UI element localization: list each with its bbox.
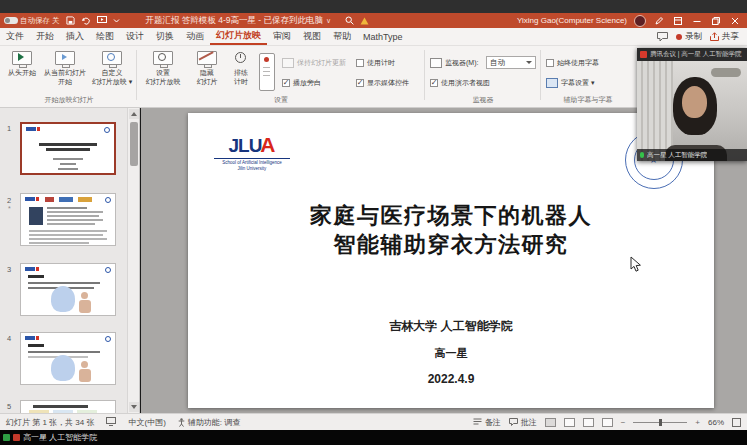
comments-button[interactable]: 批注 <box>509 417 537 428</box>
subtitle-settings-label: 字幕设置 ▾ <box>561 78 594 88</box>
show-media-controls-checkbox[interactable]: 显示媒体控件 <box>356 78 409 88</box>
video-call-window[interactable]: 腾讯会议 | 高一星 人工智能学院 高一星 人工智能学院 <box>637 48 747 161</box>
scrollbar-thumb[interactable] <box>130 122 138 166</box>
minimize-button[interactable] <box>691 15 703 27</box>
title-caret-icon[interactable]: ∨ <box>326 17 331 25</box>
presenter-view-checkbox[interactable]: 使用演示者视图 <box>430 78 490 88</box>
taskbar-window-title[interactable]: 高一星 人工智能学院 <box>23 432 97 443</box>
custom-slideshow-button[interactable]: 自定义 幻灯片放映 ▾ <box>90 50 134 87</box>
powerpoint-titlebar: 自动保存 关 开题汇报 答辩模板 4-9高一星 - 已保存到此电脑 ∨ Yixi… <box>0 13 747 28</box>
notes-button[interactable]: 备注 <box>473 417 501 428</box>
slide-sorter-view-button[interactable] <box>564 418 575 427</box>
accessibility-icon <box>178 418 185 427</box>
tab-file[interactable]: 文件 <box>0 28 30 45</box>
participant-name: 高一星 人工智能学院 <box>647 151 707 160</box>
thumb-person-figure <box>51 286 75 312</box>
play-narrations-checkbox[interactable]: 播放旁白 <box>282 78 321 88</box>
rehearse-icon <box>230 50 252 67</box>
slide-thumbnail-5[interactable] <box>20 400 116 413</box>
tab-insert[interactable]: 插入 <box>60 28 90 45</box>
zoom-slider[interactable] <box>633 422 687 423</box>
tab-transitions[interactable]: 切换 <box>150 28 180 45</box>
show-media-controls-label: 显示媒体控件 <box>367 78 409 88</box>
from-current-slide-button[interactable]: 从当前幻灯片 开始 <box>42 50 88 87</box>
triangle-down-icon <box>131 405 137 409</box>
thumb-flower-icon <box>105 336 111 342</box>
group-separator <box>540 50 541 100</box>
account-name[interactable]: Yixing Gao(Computer Science) <box>517 16 627 25</box>
tab-design[interactable]: 设计 <box>120 28 150 45</box>
zoom-in-button[interactable]: + <box>695 418 700 427</box>
slide-thumbnail-3[interactable] <box>20 263 116 316</box>
custom-show-label-1: 自定义 <box>102 69 123 78</box>
subtitle-settings-button[interactable]: 字幕设置 ▾ <box>546 78 594 88</box>
slideshow-view-button[interactable] <box>602 418 613 427</box>
thumb-logo <box>25 197 35 201</box>
tab-draw[interactable]: 绘图 <box>90 28 120 45</box>
reading-view-button[interactable] <box>583 418 594 427</box>
keep-updated-label: 保持幻灯片更新 <box>297 58 346 68</box>
account-avatar[interactable] <box>634 15 646 27</box>
slideshow-icon[interactable] <box>97 16 107 25</box>
record-slideshow-button[interactable] <box>259 53 275 91</box>
tab-help[interactable]: 帮助 <box>327 28 357 45</box>
restore-button[interactable] <box>710 15 722 27</box>
document-title[interactable]: 开题汇报 答辩模板 4-9高一星 - 已保存到此电脑 <box>146 15 324 27</box>
scroll-down-button[interactable] <box>129 402 139 412</box>
record-button[interactable]: 录制 <box>676 31 702 43</box>
tab-view[interactable]: 视图 <box>297 28 327 45</box>
rehearse-timings-button[interactable]: 排练 计时 <box>226 50 256 87</box>
triangle-up-icon <box>131 112 137 116</box>
undo-icon[interactable] <box>81 16 91 25</box>
use-timings-checkbox[interactable]: 使用计时 <box>356 58 395 68</box>
logo-subtitle-2: Jilin University <box>214 166 290 172</box>
hide-slide-icon <box>196 50 218 67</box>
thumb-logo <box>25 267 35 271</box>
tab-slideshow[interactable]: 幻灯片放映 <box>210 28 267 45</box>
meeting-app-icon[interactable] <box>3 434 10 441</box>
thumb-logo <box>25 336 35 340</box>
close-button[interactable] <box>729 15 741 27</box>
bar <box>28 275 44 278</box>
comments-icon <box>509 418 518 426</box>
fit-slide-icon[interactable] <box>732 418 741 427</box>
search-icon[interactable] <box>345 16 354 25</box>
warning-icon <box>360 17 369 25</box>
display-settings-icon[interactable] <box>106 417 116 428</box>
language-indicator[interactable]: 中文(中国) <box>128 417 165 428</box>
zoom-out-button[interactable]: − <box>621 418 626 427</box>
hide-slide-button[interactable]: 隐藏 幻灯片 <box>190 50 224 87</box>
thumbnail-scrollbar[interactable] <box>127 108 140 413</box>
monitor-row: 监视器(M): <box>430 58 478 68</box>
slide-thumbnail-2[interactable] <box>20 193 116 246</box>
zoom-level[interactable]: 66% <box>708 418 724 427</box>
share-button[interactable]: 共享 <box>710 31 739 43</box>
autosave-toggle[interactable]: 自动保存 关 <box>4 16 60 26</box>
bar <box>29 230 107 232</box>
accessibility-status[interactable]: 辅助功能: 调查 <box>178 417 240 428</box>
normal-view-button[interactable] <box>545 418 556 427</box>
comment-icon[interactable] <box>657 28 668 46</box>
ribbon-options-icon[interactable] <box>672 15 684 27</box>
tab-review[interactable]: 审阅 <box>267 28 297 45</box>
setup-slideshow-button[interactable]: 设置 幻灯片放映 <box>140 50 186 87</box>
ribbon-slideshow: 从头开始 从当前幻灯片 开始 自定义 幻灯片放映 ▾ 开始放映幻灯片 设置 幻灯… <box>0 46 747 108</box>
always-use-subtitles-checkbox[interactable]: 始终使用字幕 <box>546 58 599 68</box>
qat-more-icon[interactable] <box>113 17 120 24</box>
thumb-number-4: 4 <box>7 334 11 343</box>
zoom-slider-thumb[interactable] <box>659 419 662 426</box>
tab-home[interactable]: 开始 <box>30 28 60 45</box>
ceiling-lamp <box>711 68 741 77</box>
rehearse-label-1: 排练 <box>234 69 248 78</box>
powerpoint-app-icon[interactable] <box>13 434 20 441</box>
monitor-dropdown[interactable]: 自动 <box>486 56 536 69</box>
tab-mathtype[interactable]: MathType <box>357 28 409 45</box>
save-icon[interactable] <box>66 16 75 25</box>
from-beginning-button[interactable]: 从头开始 <box>4 50 40 78</box>
tab-animations[interactable]: 动画 <box>180 28 210 45</box>
video-call-titlebar[interactable]: 腾讯会议 | 高一星 人工智能学院 <box>637 48 747 61</box>
scroll-up-button[interactable] <box>129 109 139 119</box>
slide-thumbnail-4[interactable] <box>20 332 116 385</box>
slide-thumbnail-1[interactable] <box>20 122 116 175</box>
pen-icon[interactable] <box>653 15 665 27</box>
